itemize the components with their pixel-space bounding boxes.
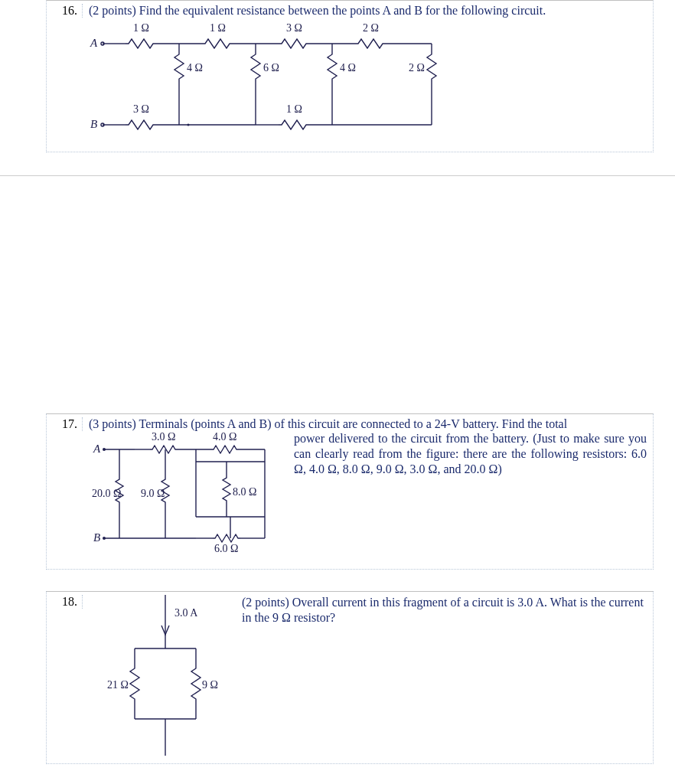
q16-number: 16. [53,4,83,18]
q16-B: B [90,118,97,130]
q18-circuit: 3.0 A 21 Ω 9 Ω [89,595,227,756]
q17-r20: 20.0 Ω [92,488,121,499]
problem-17: 17. (3 points) Terminals (points A and B… [46,413,654,570]
q17-circuit: A 20.0 Ω 3.0 Ω 4.0 Ω [89,431,288,561]
q17-r9: 9.0 Ω [141,488,165,499]
q17-B: B [93,531,100,544]
page-spacer [0,175,675,413]
q16-v2: 6 Ω [263,62,279,74]
q18-number: 18. [53,595,83,609]
q16-top3: 3 Ω [286,22,302,34]
q17-points: (3 points) [89,417,136,430]
q17-r6: 6.0 Ω [214,543,238,554]
q17-number: 17. [53,417,83,431]
q16-top2: 1 Ω [210,22,226,34]
q16-A: A [90,37,98,49]
svg-point-2 [188,124,190,126]
q17-prompt1: Terminals (points A and B) of this circu… [139,417,568,430]
q16-points: (2 points) [89,4,136,17]
q18-r9: 9 Ω [202,679,218,691]
q18-r21: 21 Ω [107,679,129,691]
q18-prompt: Overall current in this fragment of a ci… [242,596,644,624]
q16-v4: 2 Ω [409,62,425,74]
q17-prompt2: power delivered to the circuit from the … [288,431,647,477]
q17-r3: 3.0 Ω [152,431,175,443]
q16-bot1: 3 Ω [133,103,149,115]
q17-r4: 4.0 Ω [213,431,236,443]
q16-top1: 1 Ω [133,22,149,34]
q16-circuit: A 1 Ω 1 Ω 3 Ω 2 Ω 4 Ω [89,18,471,144]
q18-I: 3.0 A [174,607,198,619]
q17-A: A [93,443,101,455]
q16-v3: 4 Ω [340,62,356,74]
q16-v1: 4 Ω [187,62,203,74]
q16-prompt: Find the equivalent resistance between t… [139,4,546,17]
q16-bot2: 1 Ω [286,103,302,115]
q16-top4: 2 Ω [363,22,379,34]
q18-points: (2 points) [242,596,289,609]
problem-16: 16. (2 points) Find the equivalent resis… [46,0,654,152]
q17-r8: 8.0 Ω [233,486,256,498]
problem-18: 18. 3.0 A [46,591,654,764]
